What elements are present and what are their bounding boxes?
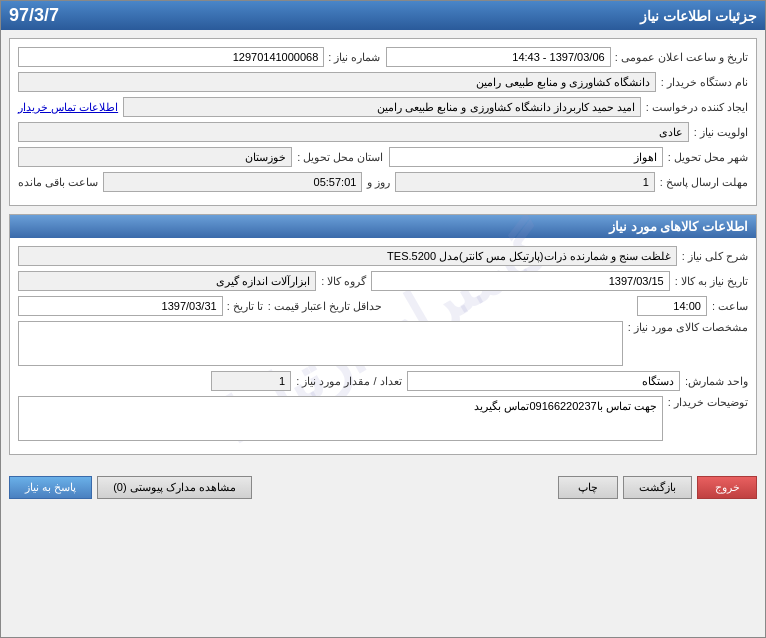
main-window: جزئیات اطلاعات نیاز 97/3/7 تاریخ و ساعت … (0, 0, 766, 638)
vahed-input[interactable] (407, 371, 680, 391)
row-aolaviyat: اولویت نیاز : (18, 122, 748, 142)
aolaviyat-label: اولویت نیاز : (694, 126, 748, 139)
moshahedeh-button[interactable]: مشاهده مدارک پیوستی (0) (97, 476, 252, 499)
hadaqal-saat-label: ساعت : (712, 300, 748, 313)
footer-buttons: خروج بازگشت چاپ مشاهده مدارک پیوستی (0) … (1, 471, 765, 504)
ostan-label: استان محل تحویل : (297, 151, 383, 164)
row-gorohe-tarikh: تاریخ نیاز به کالا : گروه کالا : (18, 271, 748, 291)
shomara-label: شماره نیاز : (328, 51, 380, 64)
ijad-label: ایجاد کننده درخواست : (646, 101, 748, 114)
footer-left-buttons: مشاهده مدارک پیوستی (0) پاسخ به نیاز (9, 476, 252, 499)
tozi-textarea[interactable] (18, 396, 663, 441)
cell-hadaqal-tarikh: تا تاریخ : (18, 296, 263, 316)
hadaqal-tarikh-input[interactable] (18, 296, 223, 316)
baqi-label: ساعت باقی مانده (18, 176, 98, 189)
cell-tarikh: تاریخ و ساعت اعلان عمومی : (386, 47, 749, 67)
ijad-input (123, 97, 641, 117)
tarikh-label: تاریخ و ساعت اعلان عمومی : (615, 51, 748, 64)
mohlat-roz-input (395, 172, 654, 192)
bazgasht-button[interactable]: بازگشت (623, 476, 692, 499)
row-ostan-shahr: شهر محل تحویل : استان محل تحویل : (18, 147, 748, 167)
shomara-input[interactable] (18, 47, 324, 67)
tedad-label: تعداد / مقدار مورد نیاز : (296, 375, 401, 388)
hadaqal-saat-input[interactable] (637, 296, 707, 316)
hadaqal-tarikh-label: تا تاریخ : (227, 300, 263, 313)
row-tozi: توضیحات خریدار : (18, 396, 748, 441)
version-label: 97/3/7 (9, 5, 59, 26)
tozi-label: توضیحات خریدار : (668, 396, 748, 409)
row-moshakhasat: مشخصات کالای مورد نیاز : (18, 321, 748, 366)
pasokh-button[interactable]: پاسخ به نیاز (9, 476, 92, 499)
cell-shomara: شماره نیاز : (18, 47, 381, 67)
row-shomara-tarikh: تاریخ و ساعت اعلان عمومی : شماره نیاز : (18, 47, 748, 67)
hadaqal-label: حداقل تاریخ اعتبار قیمت : (268, 300, 382, 313)
sharh-label: شرح کلی نیاز : (682, 250, 748, 263)
gorohe-label: گروه کالا : (321, 275, 366, 288)
tarikh-niaz-label: تاریخ نیاز به کالا : (675, 275, 748, 288)
nam-dastgah-input (18, 72, 656, 92)
aolaviyat-input (18, 122, 689, 142)
moshakhasat-textarea[interactable] (18, 321, 623, 366)
row-mohlat: مهلت ارسال پاسخ : روز و ساعت باقی مانده (18, 172, 748, 192)
row-tedad-vahed: واحد شمارش: تعداد / مقدار مورد نیاز : (18, 371, 748, 391)
row-nam-dastgah: نام دستگاه خریدار : (18, 72, 748, 92)
khoroj-button[interactable]: خروج (697, 476, 757, 499)
mohlat-label: مهلت ارسال پاسخ : (660, 176, 748, 189)
ettelaat-link[interactable]: اطلاعات تماس خریدار (18, 101, 118, 114)
vahed-label: واحد شمارش: (685, 375, 748, 388)
top-section: تاریخ و ساعت اعلان عمومی : شماره نیاز : … (9, 38, 757, 206)
kalaha-section: اطلاعات کالاهای مورد نیاز گستران ارتباط … (9, 214, 757, 455)
shahr-input[interactable] (389, 147, 663, 167)
title-bar: جزئیات اطلاعات نیاز 97/3/7 (1, 1, 765, 30)
moshakhasat-label: مشخصات کالای مورد نیاز : (628, 321, 748, 334)
footer-right-buttons: خروج بازگشت چاپ (558, 476, 757, 499)
window-title: جزئیات اطلاعات نیاز (640, 8, 757, 24)
gorohe-input (18, 271, 316, 291)
roz-label: روز و (367, 176, 390, 189)
shahr-label: شهر محل تحویل : (668, 151, 748, 164)
row-ijad: ایجاد کننده درخواست : اطلاعات تماس خریدا… (18, 97, 748, 117)
ostan-input (18, 147, 292, 167)
chap-button[interactable]: چاپ (558, 476, 618, 499)
sharh-input (18, 246, 677, 266)
tedad-input (211, 371, 291, 391)
main-content: تاریخ و ساعت اعلان عمومی : شماره نیاز : … (1, 30, 765, 471)
mohlat-saat-input (103, 172, 362, 192)
tarikh-niaz-input[interactable] (371, 271, 669, 291)
kalaha-header: اطلاعات کالاهای مورد نیاز (10, 215, 756, 238)
nam-dastgah-label: نام دستگاه خریدار : (661, 76, 748, 89)
kalaha-content: شرح کلی نیاز : تاریخ نیاز به کالا : گروه… (18, 246, 748, 441)
tarikh-input[interactable] (386, 47, 611, 67)
row-hadaqal: ساعت : حداقل تاریخ اعتبار قیمت : تا تاری… (18, 296, 748, 316)
row-sharh: شرح کلی نیاز : (18, 246, 748, 266)
